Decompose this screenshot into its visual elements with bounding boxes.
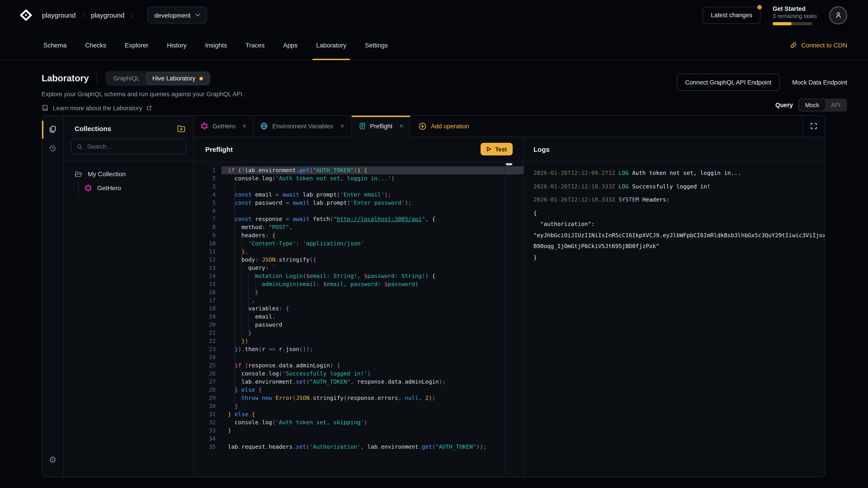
code-line-content[interactable]: variables: {: [221, 304, 524, 313]
close-icon[interactable]: ×: [399, 123, 403, 130]
code-line-content[interactable]: }).then(r => r.json());: [221, 345, 524, 353]
code-line[interactable]: 6: [194, 207, 524, 215]
learn-more-link[interactable]: Learn more about the Laboratory: [41, 104, 244, 111]
code-line[interactable]: 27 lab.environment.set("AUTH_TOKEN", res…: [194, 378, 524, 386]
code-line-content[interactable]: } else {: [221, 410, 524, 418]
nav-item-explorer[interactable]: Explorer: [125, 30, 148, 60]
code-line[interactable]: 26 console.log('Successfully logged in!'…: [194, 369, 524, 378]
code-line[interactable]: 35lab.request.headers.set('Authorization…: [194, 443, 524, 451]
nav-item-checks[interactable]: Checks: [85, 30, 106, 60]
add-folder-icon[interactable]: [177, 125, 185, 132]
code-line-content[interactable]: email,: [221, 313, 524, 321]
breadcrumb-project[interactable]: playground: [91, 11, 124, 19]
tab-environment-variables[interactable]: Environment Variables ×: [254, 116, 351, 136]
nav-item-apps[interactable]: Apps: [283, 30, 298, 60]
code-line-content[interactable]: console.log('Auth token set, skipping'): [221, 418, 524, 427]
code-line[interactable]: 19 email,: [194, 313, 524, 321]
target-select[interactable]: development: [148, 7, 207, 24]
code-line-content[interactable]: [221, 207, 524, 215]
code-line-content[interactable]: body: JSON.stringify({: [221, 256, 524, 264]
code-line[interactable]: 28 } else {: [194, 386, 524, 394]
code-line[interactable]: 25 if (response.data.adminLogin) {: [194, 361, 524, 369]
endpoint-option-api[interactable]: API: [825, 99, 846, 111]
code-line-content[interactable]: lab.request.headers.set('Authorization',…: [221, 443, 524, 451]
code-line[interactable]: 10 'Content-Type': 'application/json': [194, 239, 524, 248]
code-line-content[interactable]: query: `: [221, 264, 524, 272]
user-avatar[interactable]: [829, 6, 847, 24]
code-line-content[interactable]: }: [221, 427, 524, 435]
code-line-content[interactable]: }: [221, 288, 524, 296]
code-line[interactable]: 2 console.log('Auth token not set, loggi…: [194, 174, 524, 183]
code-line[interactable]: 21 }: [194, 329, 524, 337]
code-line[interactable]: 13 query: `: [194, 264, 524, 272]
code-line-content[interactable]: method: "POST",: [221, 223, 524, 231]
mock-endpoint-button[interactable]: Mock Data Endpoint: [792, 79, 847, 86]
latest-changes-button[interactable]: Latest changes: [703, 6, 761, 24]
code-line[interactable]: 23 }).then(r => r.json());: [194, 345, 524, 353]
code-line[interactable]: 32 console.log('Auth token set, skipping…: [194, 418, 524, 427]
close-icon[interactable]: ×: [242, 123, 247, 130]
code-line[interactable]: 8 method: "POST",: [194, 223, 524, 231]
code-line[interactable]: 29 throw new Error(JSON.stringify(respon…: [194, 394, 524, 402]
code-line[interactable]: 4 const email = await lab.prompt('Enter …: [194, 191, 524, 199]
code-line[interactable]: 14 mutation Login($email: String!, $pass…: [194, 272, 524, 280]
code-editor[interactable]: 1if (!lab.environment.get("AUTH_TOKEN"))…: [194, 162, 524, 477]
hive-logo[interactable]: [20, 9, 32, 21]
code-line-content[interactable]: if (response.data.adminLogin) {: [221, 361, 524, 369]
code-line[interactable]: 3: [194, 183, 524, 191]
code-line-content[interactable]: throw new Error(JSON.stringify(response.…: [221, 394, 524, 402]
code-line-content[interactable]: },: [221, 248, 524, 256]
mode-option-graphiql[interactable]: GraphiQL: [107, 72, 146, 85]
code-line-content[interactable]: }: [221, 329, 524, 337]
code-line[interactable]: 31} else {: [194, 410, 524, 418]
tab-preflight[interactable]: Preflight ×: [351, 116, 411, 136]
nav-item-laboratory[interactable]: Laboratory: [316, 30, 346, 60]
fullscreen-button[interactable]: [802, 116, 825, 136]
code-line-content[interactable]: [221, 353, 524, 361]
code-line[interactable]: 1if (!lab.environment.get("AUTH_TOKEN"))…: [194, 166, 524, 174]
code-line[interactable]: 9 headers: {: [194, 231, 524, 239]
collection-folder[interactable]: My Collection: [74, 167, 193, 181]
code-line-content[interactable]: const response = await fetch("http://loc…: [221, 215, 524, 223]
code-line[interactable]: 18 variables: {: [194, 304, 524, 313]
code-line-content[interactable]: }): [221, 337, 524, 345]
close-icon[interactable]: ×: [340, 123, 344, 130]
code-line-content[interactable]: const password = await lab.prompt('Enter…: [221, 199, 524, 207]
code-line-content[interactable]: `,: [221, 296, 524, 304]
nav-item-traces[interactable]: Traces: [246, 30, 265, 60]
code-line[interactable]: 17 `,: [194, 296, 524, 304]
operation-item-gethero[interactable]: GetHero: [85, 181, 193, 195]
code-line[interactable]: 20 password: [194, 321, 524, 329]
nav-item-settings[interactable]: Settings: [365, 30, 388, 60]
code-line-content[interactable]: headers: {: [221, 231, 524, 239]
code-line-content[interactable]: const email = await lab.prompt('Enter em…: [221, 191, 524, 199]
history-rail-button[interactable]: [45, 140, 60, 156]
search-input[interactable]: [87, 143, 180, 150]
code-line-content[interactable]: 'Content-Type': 'application/json': [221, 239, 524, 248]
code-line[interactable]: 22 }): [194, 337, 524, 345]
endpoint-option-mock[interactable]: Mock: [799, 99, 825, 111]
add-operation-button[interactable]: Add operation: [411, 116, 477, 136]
code-line[interactable]: 11 },: [194, 248, 524, 256]
code-line-content[interactable]: [221, 183, 524, 191]
code-line[interactable]: 7 const response = await fetch("http://l…: [194, 215, 524, 223]
code-line-content[interactable]: } else {: [221, 386, 524, 394]
code-line[interactable]: 24: [194, 353, 524, 361]
code-line[interactable]: 30 }: [194, 402, 524, 410]
code-line[interactable]: 33}: [194, 427, 524, 435]
settings-rail-button[interactable]: ⚙: [45, 452, 60, 467]
code-line-content[interactable]: password: [221, 321, 524, 329]
code-line[interactable]: 34: [194, 435, 524, 443]
collections-rail-button[interactable]: [45, 121, 60, 136]
code-line-content[interactable]: [221, 435, 524, 443]
scrollbar-thumb[interactable]: [506, 163, 512, 165]
connect-to-cdn-link[interactable]: Connect to CDN: [790, 41, 847, 48]
code-line[interactable]: 12 body: JSON.stringify({: [194, 256, 524, 264]
code-line[interactable]: 15 adminLogin(email: $email, password: $…: [194, 280, 524, 288]
code-line-content[interactable]: mutation Login($email: String!, $passwor…: [221, 272, 524, 280]
mode-option-hive-laboratory[interactable]: Hive Laboratory: [146, 72, 210, 85]
code-line-content[interactable]: console.log('Successfully logged in!'): [221, 369, 524, 378]
nav-item-insights[interactable]: Insights: [205, 30, 227, 60]
breadcrumb-organization[interactable]: playground: [42, 11, 75, 19]
code-line[interactable]: 5 const password = await lab.prompt('Ent…: [194, 199, 524, 207]
